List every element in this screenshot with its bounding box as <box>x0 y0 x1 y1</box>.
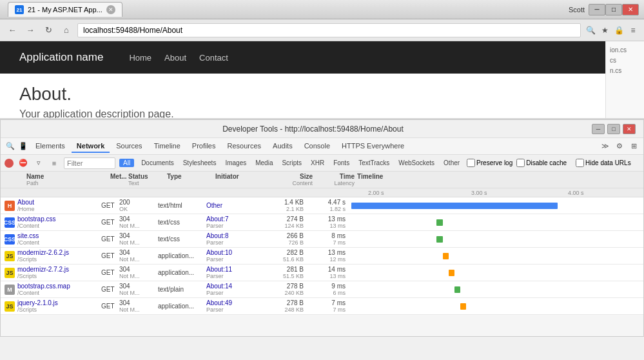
row-type: text/plain <box>158 286 206 293</box>
tab-audits[interactable]: Audits <box>268 140 298 153</box>
col-header-size[interactable]: Size Content <box>273 173 315 186</box>
browser-addressbar: ← → ↻ ⌂ localhost:59488/Home/About 🔍 ★ 🔒… <box>0 19 644 41</box>
tab-resources[interactable]: Resources <box>222 140 266 153</box>
row-size: 282 B 51.6 KB <box>264 249 306 263</box>
hide-data-urls-input[interactable] <box>576 159 584 167</box>
filter-texttracks[interactable]: TextTracks <box>355 159 393 167</box>
tab-https[interactable]: HTTPS Everywhere <box>337 140 409 153</box>
minimize-button[interactable]: ─ <box>589 4 605 15</box>
tab-elements[interactable]: Elements <box>30 140 70 153</box>
col-header-type[interactable]: Type <box>167 173 215 186</box>
tab-sources[interactable]: Sources <box>111 140 147 153</box>
tab-timeline[interactable]: Timeline <box>149 140 186 153</box>
row-status: 200 OK <box>119 199 158 212</box>
devtools-search-icon[interactable]: 🔍 <box>5 141 16 152</box>
row-initiator-name: About:8 <box>206 232 264 239</box>
disable-cache-input[interactable] <box>516 159 525 167</box>
preserve-log-input[interactable] <box>467 159 475 167</box>
maximize-button[interactable]: □ <box>605 4 622 15</box>
row-icon: M <box>5 285 15 295</box>
home-button[interactable]: ⌂ <box>59 23 73 37</box>
col-header-initiator[interactable]: Initiator <box>215 173 273 186</box>
row-time: 7 ms 7 ms <box>306 299 348 313</box>
timeline-ticks: 2.00 s 3.00 s 4.00 s <box>1 188 643 197</box>
table-row[interactable]: JS jquery-2.1.0.js /Scripts GET 304 Not … <box>1 298 643 315</box>
timeline-bar <box>449 270 454 276</box>
col-header-name[interactable]: Name Path <box>1 173 110 186</box>
row-method: GET <box>101 269 119 276</box>
devtools-mobile-icon[interactable]: 📱 <box>17 141 29 152</box>
table-row[interactable]: JS modernizr-2.6.2.js /Scripts GET 304 N… <box>1 248 643 265</box>
disable-cache-checkbox[interactable]: Disable cache <box>516 159 567 167</box>
devtools-tabs: 🔍 📱 Elements Network Sources Timeline Pr… <box>1 138 643 155</box>
filter-media[interactable]: Media <box>252 159 276 167</box>
col-header-time[interactable]: Time Latency <box>315 173 357 186</box>
col-header-status[interactable]: Status Text <box>128 173 167 186</box>
row-status: 304 Not M... <box>119 215 158 229</box>
row-status-text: Not M... <box>119 273 158 279</box>
extension-icon[interactable]: 🔒 <box>613 25 625 36</box>
panel-item-2: cs <box>610 55 640 66</box>
search-icon[interactable]: 🔍 <box>585 25 596 36</box>
tab-network[interactable]: Network <box>72 140 110 153</box>
filter-other[interactable]: Other <box>440 159 463 167</box>
tab-console[interactable]: Console <box>299 140 335 153</box>
browser-tab[interactable]: 21 21 - My ASP.NET App... ✕ <box>8 2 122 17</box>
filter-all-button[interactable]: All <box>119 159 134 167</box>
filter-toggle-button[interactable]: ▿ <box>33 157 44 169</box>
filter-xhr[interactable]: XHR <box>307 159 327 167</box>
row-status-text: Not M... <box>119 306 158 313</box>
tab-close-button[interactable]: ✕ <box>106 5 115 14</box>
site-link-home[interactable]: Home <box>129 53 151 63</box>
address-bar[interactable]: localhost:59488/Home/About <box>77 23 581 37</box>
record-button[interactable] <box>5 159 14 168</box>
group-button[interactable]: ≡ <box>48 157 60 169</box>
hide-data-urls-checkbox[interactable]: Hide data URLs <box>576 159 631 167</box>
site-link-contact[interactable]: Contact <box>199 53 228 63</box>
filter-images[interactable]: Images <box>222 159 249 167</box>
devtools-expand-icon[interactable]: ≫ <box>600 141 611 152</box>
devtools-settings-icon[interactable]: ⚙ <box>614 141 625 152</box>
table-row[interactable]: CSS bootstrap.css /Content GET 304 Not M… <box>1 214 643 231</box>
row-initiator-name: Other <box>206 202 264 209</box>
filter-websockets[interactable]: WebSockets <box>395 159 438 167</box>
filter-documents[interactable]: Documents <box>138 159 177 167</box>
table-row[interactable]: H About /Home GET 200 OK text/html Other… <box>1 197 643 214</box>
panel-item-3: n.cs <box>610 66 640 76</box>
address-icons: 🔍 ★ 🔒 ≡ <box>585 25 639 36</box>
row-name: jquery-2.1.0.js <box>17 299 101 306</box>
forward-button[interactable]: → <box>23 23 37 37</box>
row-status-code: 304 <box>119 299 158 306</box>
clear-button[interactable]: ⛔ <box>17 157 29 169</box>
network-table-header: Name Path Met... Status Text Type Initia… <box>1 172 643 188</box>
filter-input[interactable] <box>64 157 115 169</box>
table-row[interactable]: M bootstrap.css.map /Content GET 304 Not… <box>1 281 643 298</box>
site-nav: Application name Home About Contact <box>0 41 644 74</box>
row-path: /Home <box>17 206 101 212</box>
table-row[interactable]: CSS site.css /Content GET 304 Not M... t… <box>1 231 643 248</box>
filter-fonts[interactable]: Fonts <box>330 159 353 167</box>
refresh-button[interactable]: ↻ <box>41 23 55 37</box>
devtools-restore-button[interactable]: □ <box>607 124 620 134</box>
menu-icon[interactable]: ≡ <box>627 25 639 36</box>
tab-profiles[interactable]: Profiles <box>187 140 221 153</box>
row-method: GET <box>101 235 119 243</box>
row-type: text/css <box>158 219 206 226</box>
back-button[interactable]: ← <box>5 23 19 37</box>
col-header-timeline[interactable]: Timeline <box>357 173 643 186</box>
row-size-content: 240 KB <box>264 290 306 296</box>
right-panel: ion.cs cs n.cs <box>605 41 644 118</box>
filter-scripts[interactable]: Scripts <box>278 159 305 167</box>
preserve-log-checkbox[interactable]: Preserve log <box>467 159 512 167</box>
site-link-about[interactable]: About <box>164 53 186 63</box>
table-row[interactable]: JS modernizr-2.7.2.js /Scripts GET 304 N… <box>1 265 643 281</box>
devtools-close-button[interactable]: ✕ <box>623 124 636 134</box>
row-type: application... <box>158 252 206 259</box>
devtools-dock-icon[interactable]: ⊞ <box>628 141 639 152</box>
col-header-method[interactable]: Met... <box>110 173 128 186</box>
filter-stylesheets[interactable]: Stylesheets <box>180 159 220 167</box>
star-icon[interactable]: ★ <box>599 25 610 36</box>
close-button[interactable]: ✕ <box>622 4 639 15</box>
devtools-title: Developer Tools - http://localhost:59488… <box>34 125 592 134</box>
devtools-minimize-button[interactable]: ─ <box>592 124 605 134</box>
